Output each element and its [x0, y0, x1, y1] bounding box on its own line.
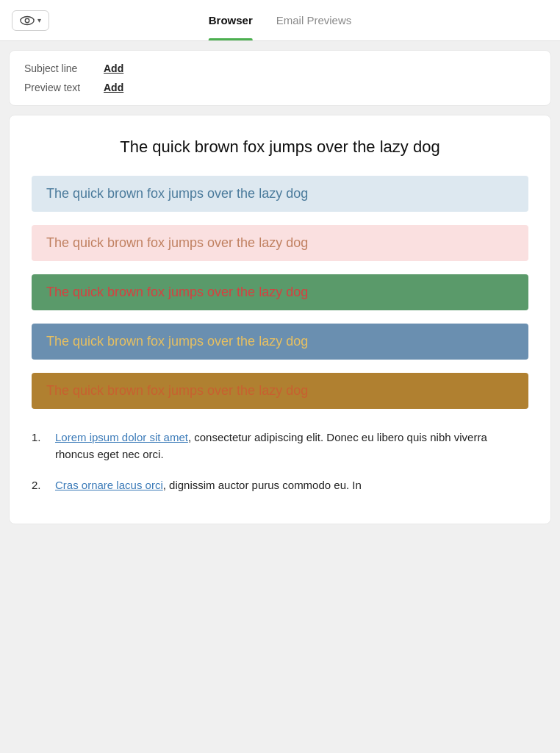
subject-line-label: Subject line: [24, 63, 98, 74]
svg-point-0: [21, 16, 34, 24]
top-nav: ▾ Browser Email Previews: [0, 0, 560, 41]
list-number-1: 1.: [32, 429, 49, 463]
eye-dropdown-button[interactable]: ▾: [12, 10, 49, 31]
list-number-2: 2.: [32, 477, 49, 494]
chevron-down-icon: ▾: [37, 16, 41, 24]
preview-panel: The quick brown fox jumps over the lazy …: [9, 115, 551, 524]
tab-browser[interactable]: Browser: [209, 0, 253, 40]
meta-panel: Subject line Add Preview text Add: [9, 50, 551, 106]
eye-icon: [20, 15, 35, 26]
preview-heading: The quick brown fox jumps over the lazy …: [32, 138, 528, 157]
color-bar-4: The quick brown fox jumps over the lazy …: [32, 324, 528, 360]
main-content: Subject line Add Preview text Add The qu…: [0, 41, 560, 753]
list-item-1-content: Lorem ipsum dolor sit amet, consectetur …: [55, 429, 528, 463]
tab-group: Browser Email Previews: [209, 0, 352, 40]
svg-point-1: [25, 18, 29, 22]
preview-text-label: Preview text: [24, 82, 98, 93]
list-item-2-content: Cras ornare lacus orci, dignissim auctor…: [55, 477, 362, 494]
tab-email-previews[interactable]: Email Previews: [276, 0, 352, 40]
color-bar-1: The quick brown fox jumps over the lazy …: [32, 176, 528, 212]
preview-text-add-link[interactable]: Add: [104, 82, 123, 93]
app-container: ▾ Browser Email Previews Subject line Ad…: [0, 0, 560, 753]
list-item: 1. Lorem ipsum dolor sit amet, consectet…: [32, 429, 528, 463]
list-section: 1. Lorem ipsum dolor sit amet, consectet…: [32, 422, 528, 509]
color-bar-2: The quick brown fox jumps over the lazy …: [32, 225, 528, 261]
color-bar-5: The quick brown fox jumps over the lazy …: [32, 373, 528, 409]
list-item-2-link[interactable]: Cras ornare lacus orci: [55, 479, 163, 491]
preview-text-row: Preview text Add: [24, 82, 536, 93]
list-item-2-text: , dignissim auctor purus commodo eu. In: [163, 479, 362, 491]
list-item: 2. Cras ornare lacus orci, dignissim auc…: [32, 477, 528, 494]
subject-line-row: Subject line Add: [24, 63, 536, 74]
subject-line-add-link[interactable]: Add: [104, 63, 123, 74]
color-bar-3: The quick brown fox jumps over the lazy …: [32, 274, 528, 310]
list-item-1-link[interactable]: Lorem ipsum dolor sit amet: [55, 431, 188, 443]
